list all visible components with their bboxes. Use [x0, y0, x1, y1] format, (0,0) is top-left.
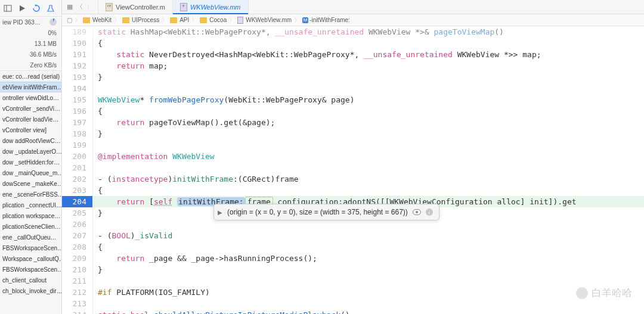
code-content[interactable]: static HashMap<WebKit::WebPageProxy*, __… [93, 26, 504, 38]
line-number[interactable]: 203 [62, 185, 93, 196]
line-number[interactable]: 213 [62, 298, 93, 309]
code-line[interactable]: 197 return pageToViewMap().get(&page); [62, 117, 644, 128]
breadcrumb-segment[interactable]: M-initWithFrame: [302, 17, 350, 23]
callstack-frame[interactable]: plication workspace… [0, 210, 61, 221]
callstack-frame[interactable]: FBSWorkspaceScen… [0, 243, 61, 253]
code-content[interactable]: - (instancetype)initWithFrame:(CGRect)fr… [93, 173, 299, 185]
code-content[interactable]: WKWebView* fromWebPageProxy(WebKit::WebP… [93, 94, 355, 105]
callstack-frame[interactable]: dow _updateLayerO… [0, 146, 61, 157]
code-line[interactable]: 190{ [62, 38, 644, 49]
refresh-icon[interactable] [32, 4, 41, 13]
callstack-frame[interactable]: vController loadVie… [0, 114, 61, 125]
line-number[interactable]: 199 [62, 139, 93, 151]
callstack-frame[interactable]: Workspace _calloutQ… [0, 253, 61, 264]
code-line[interactable]: 201 [62, 162, 644, 173]
code-line[interactable]: 195WKWebView* fromWebPageProxy(WebKit::W… [62, 94, 644, 105]
callstack-frame[interactable]: plicationSceneClien… [0, 221, 61, 232]
line-number[interactable]: 205 [62, 207, 93, 219]
code-content[interactable]: { [93, 185, 103, 196]
code-content[interactable]: return pageToViewMap().get(&page); [93, 117, 275, 128]
quicklook-eye-icon[interactable] [413, 209, 421, 215]
panel-icon[interactable] [4, 4, 12, 13]
back-icon[interactable]: 〈 [76, 2, 83, 11]
breadcrumb[interactable]: ▢〉WebKit〉UIProcess〉API〉Cocoa〉WKWebView.m… [62, 14, 644, 26]
code-content[interactable]: } [93, 207, 103, 219]
code-content[interactable] [93, 298, 98, 309]
line-number[interactable]: 202 [62, 173, 93, 185]
code-line[interactable]: 200@implementation WKWebView [62, 151, 644, 162]
callstack-frame[interactable]: dowScene _makeKe… [0, 178, 61, 189]
code-content[interactable]: } [93, 264, 103, 275]
callstack-frame[interactable]: FBSWorkspaceScen… [0, 264, 61, 275]
code-content[interactable]: } [93, 71, 103, 83]
code-line[interactable]: 198} [62, 128, 644, 139]
code-content[interactable]: { [93, 241, 103, 253]
code-content[interactable] [93, 162, 98, 173]
code-line[interactable]: 194 [62, 83, 644, 94]
line-number[interactable]: 206 [62, 219, 93, 230]
line-number[interactable]: 195 [62, 94, 93, 105]
info-icon[interactable]: i [426, 209, 433, 216]
disclosure-triangle-icon[interactable]: ▶ [218, 207, 222, 218]
code-content[interactable]: #if PLATFORM(IOS_FAMILY) [93, 287, 210, 298]
callstack-frame[interactable]: ene _sceneForFBSS… [0, 189, 61, 200]
line-number[interactable]: 191 [62, 49, 93, 60]
code-line[interactable]: 203{ [62, 185, 644, 196]
callstack-frame[interactable]: ontroller viewDidLo… [0, 92, 61, 103]
forward-icon[interactable]: 〉 [86, 2, 93, 11]
line-number[interactable]: 190 [62, 38, 93, 49]
code-content[interactable]: static NeverDestroyed<HashMap<WebKit::We… [93, 49, 541, 60]
callstack-frame[interactable]: vController view] [0, 125, 61, 135]
code-line[interactable]: 192 return map; [62, 60, 644, 71]
code-content[interactable]: static bool shouldAllowPictureInPictureM… [93, 309, 350, 314]
grid-icon[interactable]: ▦ [67, 3, 73, 11]
code-line[interactable]: 191 static NeverDestroyed<HashMap<WebKit… [62, 49, 644, 60]
code-content[interactable]: - (BOOL)_isValid [93, 230, 172, 241]
code-line[interactable]: 189static HashMap<WebKit::WebPageProxy*,… [62, 26, 644, 38]
code-line[interactable]: 211 [62, 275, 644, 287]
code-content[interactable] [93, 275, 98, 287]
callstack-frame[interactable]: dow _mainQueue_m… [0, 167, 61, 178]
line-number[interactable]: 189 [62, 26, 93, 38]
line-number[interactable]: 204 [62, 196, 93, 207]
breadcrumb-root-icon[interactable]: ▢ [67, 17, 72, 23]
code-line[interactable]: 207- (BOOL)_isValid [62, 230, 644, 241]
callstack-frame[interactable]: dow addRootViewC… [0, 135, 61, 146]
code-line[interactable]: 208{ [62, 241, 644, 253]
code-line[interactable]: 212#if PLATFORM(IOS_FAMILY) [62, 287, 644, 298]
callstack-frame[interactable]: ch_client_callout [0, 275, 61, 285]
code-content[interactable]: } [93, 128, 103, 139]
flask-icon[interactable] [47, 4, 55, 13]
line-number[interactable]: 192 [62, 60, 93, 71]
code-line[interactable]: 210} [62, 264, 644, 275]
line-number[interactable]: 200 [62, 151, 93, 162]
line-number[interactable]: 211 [62, 275, 93, 287]
line-number[interactable]: 193 [62, 71, 93, 83]
code-content[interactable]: { [93, 38, 103, 49]
play-icon[interactable] [18, 4, 26, 13]
breadcrumb-segment[interactable]: WebKit [83, 17, 112, 23]
breadcrumb-segment[interactable]: WKWebView.mm [237, 17, 292, 24]
callstack-frame[interactable]: vController _sendVi… [0, 103, 61, 114]
callstack-frame[interactable]: eue: co…read (serial) [0, 71, 61, 82]
callstack-frame[interactable]: plication _connectUI… [0, 200, 61, 210]
breadcrumb-segment[interactable]: UIProcess [122, 17, 159, 23]
code-content[interactable] [93, 219, 98, 230]
callstack-frame[interactable]: ebView initWithFram… [0, 82, 61, 92]
line-number[interactable]: 212 [62, 287, 93, 298]
line-number[interactable]: 214 [62, 309, 93, 314]
code-content[interactable] [93, 83, 98, 94]
code-editor[interactable]: 189static HashMap<WebKit::WebPageProxy*,… [62, 26, 644, 314]
code-content[interactable]: return _page && _page->hasRunningProcess… [93, 253, 317, 264]
line-number[interactable]: 209 [62, 253, 93, 264]
line-number[interactable]: 201 [62, 162, 93, 173]
callstack-frame[interactable]: ch_block_invoke_dir… [0, 285, 61, 296]
line-number[interactable]: 197 [62, 117, 93, 128]
editor-tab[interactable]: ViewController.m [98, 0, 173, 14]
line-number[interactable]: 194 [62, 83, 93, 94]
line-number[interactable]: 210 [62, 264, 93, 275]
breadcrumb-segment[interactable]: API [170, 17, 189, 23]
code-content[interactable] [93, 139, 98, 151]
line-number[interactable]: 208 [62, 241, 93, 253]
callstack-frame[interactable]: ene _callOutQueu… [0, 232, 61, 243]
